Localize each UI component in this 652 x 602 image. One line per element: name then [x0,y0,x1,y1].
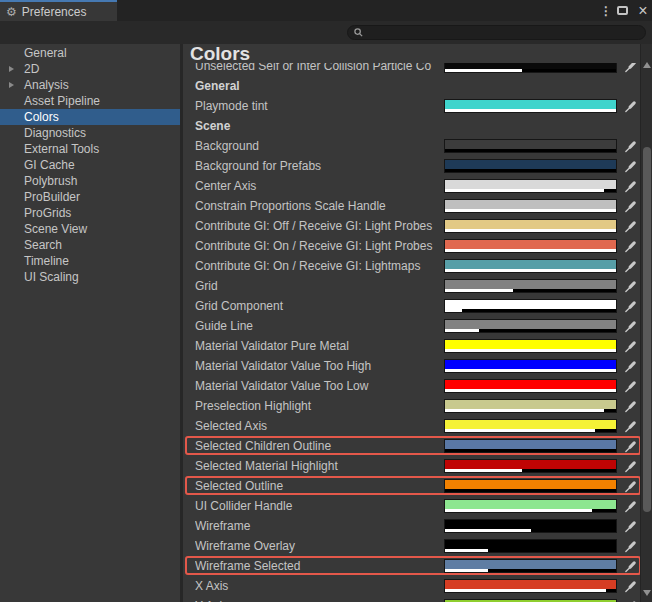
eyedropper-button[interactable] [621,216,639,236]
sidebar-item-polybrush[interactable]: Polybrush [0,173,180,189]
eyedropper-button[interactable] [621,296,639,316]
sidebar-item-analysis[interactable]: Analysis [0,77,180,93]
color-swatch[interactable] [444,259,617,273]
eyedropper-button[interactable] [621,416,639,436]
eyedropper-button[interactable] [621,496,639,516]
color-row-label: Selected Axis [195,416,445,436]
preferences-tab[interactable]: ⚙ Preferences [0,0,117,21]
color-swatch[interactable] [444,579,617,593]
eyedropper-button[interactable] [621,456,639,476]
maximize-icon[interactable] [617,6,628,15]
alpha-strip [445,409,616,412]
color-swatch[interactable] [444,99,617,113]
color-row-label: Material Validator Value Too Low [195,376,445,396]
eyedropper-icon [624,380,637,393]
color-row: UI Collider Handle [183,496,640,516]
color-swatch[interactable] [444,179,617,193]
eyedropper-button[interactable] [621,336,639,356]
page-title: Colors [190,44,250,64]
eyedropper-button[interactable] [621,356,639,376]
menu-icon[interactable]: ⋮ [600,4,608,18]
eyedropper-button[interactable] [621,396,639,416]
swatch-color [445,560,616,569]
eyedropper-button[interactable] [621,576,639,596]
eyedropper-button[interactable] [621,63,639,76]
sidebar-item-diagnostics[interactable]: Diagnostics [0,125,180,141]
color-swatch[interactable] [444,439,617,453]
sidebar-item-general[interactable]: General [0,45,180,61]
sidebar-item-progrids[interactable]: ProGrids [0,205,180,221]
eyedropper-button[interactable] [621,136,639,156]
color-swatch[interactable] [444,419,617,433]
eyedropper-button[interactable] [621,436,639,456]
eyedropper-button[interactable] [621,276,639,296]
search-input[interactable] [367,27,639,39]
eyedropper-icon [624,240,637,253]
eyedropper-button[interactable] [621,236,639,256]
sidebar-item-timeline[interactable]: Timeline [0,253,180,269]
color-swatch[interactable] [444,539,617,553]
sidebar-item-colors[interactable]: Colors [0,109,180,125]
color-swatch[interactable] [444,379,617,393]
section-label: Scene [195,116,230,136]
color-row-label: Grid Component [195,296,445,316]
alpha-strip [445,549,616,552]
alpha-fill [445,269,616,272]
eyedropper-button[interactable] [621,176,639,196]
eyedropper-button[interactable] [621,536,639,556]
eyedropper-button[interactable] [621,596,639,602]
eyedropper-button[interactable] [621,196,639,216]
color-swatch[interactable] [444,139,617,153]
sidebar-item-probuilder[interactable]: ProBuilder [0,189,180,205]
eyedropper-button[interactable] [621,476,639,496]
caret-right-icon[interactable] [9,82,14,88]
close-icon[interactable]: × [637,4,649,18]
color-swatch[interactable] [444,239,617,253]
color-swatch[interactable] [444,339,617,353]
color-swatch[interactable] [444,219,617,233]
color-row: Wireframe Selected [183,556,640,576]
color-swatch[interactable] [444,499,617,513]
alpha-fill [445,289,513,292]
scrollbar-thumb[interactable] [643,147,651,512]
sidebar-item-gi-cache[interactable]: GI Cache [0,157,180,173]
sidebar-item-scene-view[interactable]: Scene View [0,221,180,237]
color-swatch[interactable] [444,299,617,313]
color-swatch[interactable] [444,399,617,413]
color-swatch[interactable] [444,159,617,173]
toolbar [0,21,652,44]
sidebar-item-search[interactable]: Search [0,237,180,253]
swatch-color [445,280,616,289]
color-swatch[interactable] [444,199,617,213]
sidebar-item-ui-scaling[interactable]: UI Scaling [0,269,180,285]
color-swatch[interactable] [444,519,617,533]
sidebar-item-asset-pipeline[interactable]: Asset Pipeline [0,93,180,109]
eyedropper-button[interactable] [621,516,639,536]
eyedropper-button[interactable] [621,256,639,276]
scrollbar[interactable] [640,44,652,602]
scroll-down-icon[interactable] [643,590,651,596]
titlebar: ⚙ Preferences ⋮ × [0,0,652,21]
sidebar-item-label: External Tools [24,141,99,157]
eyedropper-button[interactable] [621,376,639,396]
eyedropper-button[interactable] [621,156,639,176]
eyedropper-button[interactable] [621,316,639,336]
eyedropper-button[interactable] [621,556,639,576]
color-swatch[interactable] [444,559,617,573]
eyedropper-button[interactable] [621,96,639,116]
sidebar-item-2d[interactable]: 2D [0,61,180,77]
caret-right-icon[interactable] [9,66,14,72]
color-swatch[interactable] [444,459,617,473]
color-swatch[interactable] [444,359,617,373]
color-swatch[interactable] [444,63,617,73]
color-swatch[interactable] [444,279,617,293]
color-row: Material Validator Value Too Low [183,376,640,396]
color-rows: Unselected Self or Inter Collision Parti… [183,63,640,602]
scroll-up-icon[interactable] [643,62,651,68]
search-box[interactable] [347,25,646,40]
color-swatch[interactable] [444,319,617,333]
sidebar-item-external-tools[interactable]: External Tools [0,141,180,157]
swatch-color [445,580,616,589]
color-swatch[interactable] [444,479,617,493]
eyedropper-icon [624,480,637,493]
